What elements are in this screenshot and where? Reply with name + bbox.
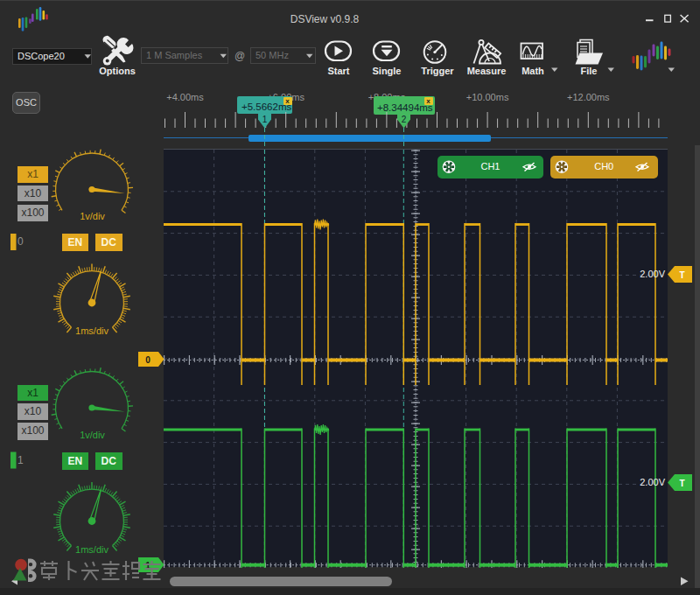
svg-text:T: T — [679, 270, 684, 280]
svg-text:2: 2 — [402, 115, 407, 124]
svg-text:0: 0 — [145, 355, 150, 365]
svg-text:1: 1 — [262, 115, 268, 124]
svg-text:T: T — [679, 479, 684, 488]
